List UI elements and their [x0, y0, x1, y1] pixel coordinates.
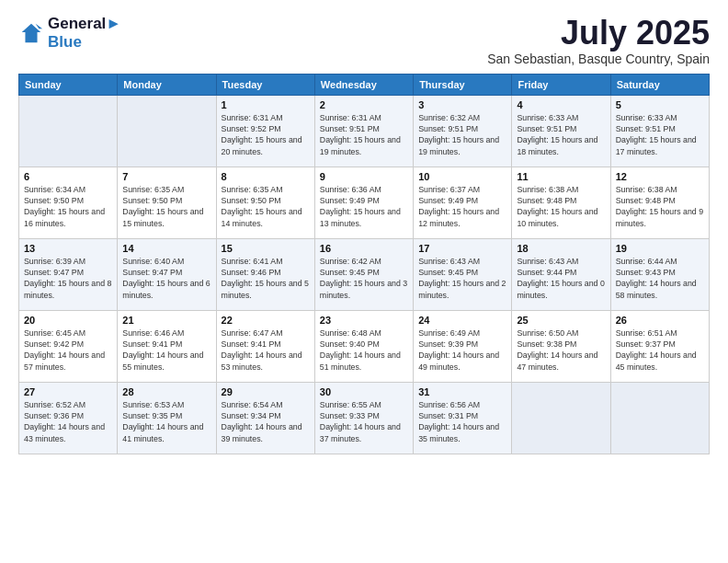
- day-number: 12: [616, 171, 704, 182]
- day-info: Sunrise: 6:33 AM Sunset: 9:51 PM Dayligh…: [616, 112, 704, 157]
- day-number: 27: [24, 386, 112, 397]
- day-info: Sunrise: 6:35 AM Sunset: 9:50 PM Dayligh…: [122, 184, 210, 229]
- weekday-header-wednesday: Wednesday: [314, 74, 413, 95]
- calendar-cell: 20Sunrise: 6:45 AM Sunset: 9:42 PM Dayli…: [19, 310, 118, 382]
- day-number: 11: [517, 171, 605, 182]
- weekday-header-sunday: Sunday: [19, 74, 118, 95]
- calendar-week-row: 1Sunrise: 6:31 AM Sunset: 9:52 PM Daylig…: [19, 95, 710, 167]
- calendar-table: SundayMondayTuesdayWednesdayThursdayFrid…: [18, 74, 710, 454]
- calendar-cell: 25Sunrise: 6:50 AM Sunset: 9:38 PM Dayli…: [512, 310, 610, 382]
- calendar-cell: 4Sunrise: 6:33 AM Sunset: 9:51 PM Daylig…: [512, 95, 610, 167]
- day-info: Sunrise: 6:31 AM Sunset: 9:52 PM Dayligh…: [222, 112, 310, 157]
- day-number: 14: [122, 243, 210, 254]
- day-info: Sunrise: 6:51 AM Sunset: 9:37 PM Dayligh…: [616, 327, 704, 373]
- calendar-cell: 26Sunrise: 6:51 AM Sunset: 9:37 PM Dayli…: [610, 310, 709, 382]
- day-info: Sunrise: 6:32 AM Sunset: 9:51 PM Dayligh…: [418, 112, 506, 157]
- day-number: 7: [122, 171, 210, 182]
- calendar-cell: 23Sunrise: 6:48 AM Sunset: 9:40 PM Dayli…: [314, 310, 413, 382]
- calendar-cell: 29Sunrise: 6:54 AM Sunset: 9:34 PM Dayli…: [216, 382, 314, 454]
- day-info: Sunrise: 6:38 AM Sunset: 9:48 PM Dayligh…: [616, 184, 704, 229]
- day-info: Sunrise: 6:44 AM Sunset: 9:43 PM Dayligh…: [616, 256, 704, 301]
- day-info: Sunrise: 6:54 AM Sunset: 9:34 PM Dayligh…: [222, 399, 310, 444]
- day-number: 18: [517, 243, 605, 254]
- calendar-week-row: 20Sunrise: 6:45 AM Sunset: 9:42 PM Dayli…: [19, 310, 710, 382]
- day-info: Sunrise: 6:31 AM Sunset: 9:51 PM Dayligh…: [320, 112, 408, 157]
- day-number: 25: [517, 315, 605, 326]
- day-info: Sunrise: 6:46 AM Sunset: 9:41 PM Dayligh…: [122, 327, 210, 373]
- calendar-cell: 13Sunrise: 6:39 AM Sunset: 9:47 PM Dayli…: [19, 238, 118, 310]
- day-info: Sunrise: 6:36 AM Sunset: 9:49 PM Dayligh…: [320, 184, 408, 229]
- day-number: 6: [24, 171, 112, 182]
- month-title: July 2025: [487, 15, 710, 52]
- day-info: Sunrise: 6:56 AM Sunset: 9:31 PM Dayligh…: [418, 399, 506, 444]
- calendar-cell: 21Sunrise: 6:46 AM Sunset: 9:41 PM Dayli…: [118, 310, 216, 382]
- calendar-week-row: 27Sunrise: 6:52 AM Sunset: 9:36 PM Dayli…: [19, 382, 710, 454]
- weekday-header-friday: Friday: [512, 74, 610, 95]
- day-number: 10: [418, 171, 506, 182]
- calendar-cell: [610, 382, 709, 454]
- calendar-cell: 12Sunrise: 6:38 AM Sunset: 9:48 PM Dayli…: [610, 167, 709, 238]
- calendar-cell: 7Sunrise: 6:35 AM Sunset: 9:50 PM Daylig…: [118, 167, 216, 238]
- calendar-cell: 5Sunrise: 6:33 AM Sunset: 9:51 PM Daylig…: [610, 95, 709, 167]
- day-info: Sunrise: 6:39 AM Sunset: 9:47 PM Dayligh…: [24, 256, 112, 301]
- calendar-cell: 1Sunrise: 6:31 AM Sunset: 9:52 PM Daylig…: [216, 95, 314, 167]
- weekday-header-tuesday: Tuesday: [216, 74, 314, 95]
- calendar-cell: 30Sunrise: 6:55 AM Sunset: 9:33 PM Dayli…: [314, 382, 413, 454]
- day-number: 3: [418, 99, 506, 110]
- logo-icon: [18, 20, 44, 46]
- day-number: 9: [320, 171, 408, 182]
- day-number: 19: [616, 243, 704, 254]
- day-info: Sunrise: 6:48 AM Sunset: 9:40 PM Dayligh…: [320, 327, 408, 373]
- day-number: 4: [517, 99, 605, 110]
- day-number: 24: [418, 315, 506, 326]
- day-number: 30: [320, 386, 408, 397]
- day-info: Sunrise: 6:34 AM Sunset: 9:50 PM Dayligh…: [24, 184, 112, 229]
- calendar-cell: 14Sunrise: 6:40 AM Sunset: 9:47 PM Dayli…: [118, 238, 216, 310]
- calendar-cell: 27Sunrise: 6:52 AM Sunset: 9:36 PM Dayli…: [19, 382, 118, 454]
- calendar-cell: 11Sunrise: 6:38 AM Sunset: 9:48 PM Dayli…: [512, 167, 610, 238]
- day-info: Sunrise: 6:38 AM Sunset: 9:48 PM Dayligh…: [517, 184, 605, 229]
- weekday-header-thursday: Thursday: [414, 74, 512, 95]
- day-number: 15: [222, 243, 310, 254]
- weekday-header-saturday: Saturday: [610, 74, 709, 95]
- day-number: 21: [122, 315, 210, 326]
- day-number: 26: [616, 315, 704, 326]
- day-info: Sunrise: 6:42 AM Sunset: 9:45 PM Dayligh…: [320, 256, 408, 301]
- day-number: 22: [222, 315, 310, 326]
- weekday-header-monday: Monday: [118, 74, 216, 95]
- calendar-cell: 19Sunrise: 6:44 AM Sunset: 9:43 PM Dayli…: [610, 238, 709, 310]
- calendar-cell: 9Sunrise: 6:36 AM Sunset: 9:49 PM Daylig…: [314, 167, 413, 238]
- day-info: Sunrise: 6:43 AM Sunset: 9:45 PM Dayligh…: [418, 256, 506, 301]
- calendar-cell: [512, 382, 610, 454]
- day-number: 16: [320, 243, 408, 254]
- day-info: Sunrise: 6:52 AM Sunset: 9:36 PM Dayligh…: [24, 399, 112, 444]
- day-number: 17: [418, 243, 506, 254]
- day-info: Sunrise: 6:40 AM Sunset: 9:47 PM Dayligh…: [122, 256, 210, 301]
- calendar-cell: 17Sunrise: 6:43 AM Sunset: 9:45 PM Dayli…: [414, 238, 512, 310]
- location-title: San Sebastian, Basque Country, Spain: [487, 52, 710, 66]
- day-number: 5: [616, 99, 704, 110]
- day-number: 13: [24, 243, 112, 254]
- calendar-cell: 10Sunrise: 6:37 AM Sunset: 9:49 PM Dayli…: [414, 167, 512, 238]
- day-info: Sunrise: 6:37 AM Sunset: 9:49 PM Dayligh…: [418, 184, 506, 229]
- title-block: July 2025 San Sebastian, Basque Country,…: [487, 15, 710, 66]
- calendar-cell: 18Sunrise: 6:43 AM Sunset: 9:44 PM Dayli…: [512, 238, 610, 310]
- day-info: Sunrise: 6:55 AM Sunset: 9:33 PM Dayligh…: [320, 399, 408, 444]
- day-info: Sunrise: 6:33 AM Sunset: 9:51 PM Dayligh…: [517, 112, 605, 157]
- page: General► Blue July 2025 San Sebastian, B…: [0, 0, 728, 563]
- calendar-cell: 16Sunrise: 6:42 AM Sunset: 9:45 PM Dayli…: [314, 238, 413, 310]
- day-info: Sunrise: 6:43 AM Sunset: 9:44 PM Dayligh…: [517, 256, 605, 301]
- logo-text: General► Blue: [48, 15, 121, 52]
- day-number: 23: [320, 315, 408, 326]
- day-number: 2: [320, 99, 408, 110]
- calendar-cell: 15Sunrise: 6:41 AM Sunset: 9:46 PM Dayli…: [216, 238, 314, 310]
- calendar-cell: 8Sunrise: 6:35 AM Sunset: 9:50 PM Daylig…: [216, 167, 314, 238]
- calendar-cell: 3Sunrise: 6:32 AM Sunset: 9:51 PM Daylig…: [414, 95, 512, 167]
- calendar-cell: 24Sunrise: 6:49 AM Sunset: 9:39 PM Dayli…: [414, 310, 512, 382]
- day-info: Sunrise: 6:50 AM Sunset: 9:38 PM Dayligh…: [517, 327, 605, 373]
- calendar-cell: 2Sunrise: 6:31 AM Sunset: 9:51 PM Daylig…: [314, 95, 413, 167]
- day-info: Sunrise: 6:49 AM Sunset: 9:39 PM Dayligh…: [418, 327, 506, 373]
- header: General► Blue July 2025 San Sebastian, B…: [18, 15, 710, 66]
- day-number: 28: [122, 386, 210, 397]
- day-number: 20: [24, 315, 112, 326]
